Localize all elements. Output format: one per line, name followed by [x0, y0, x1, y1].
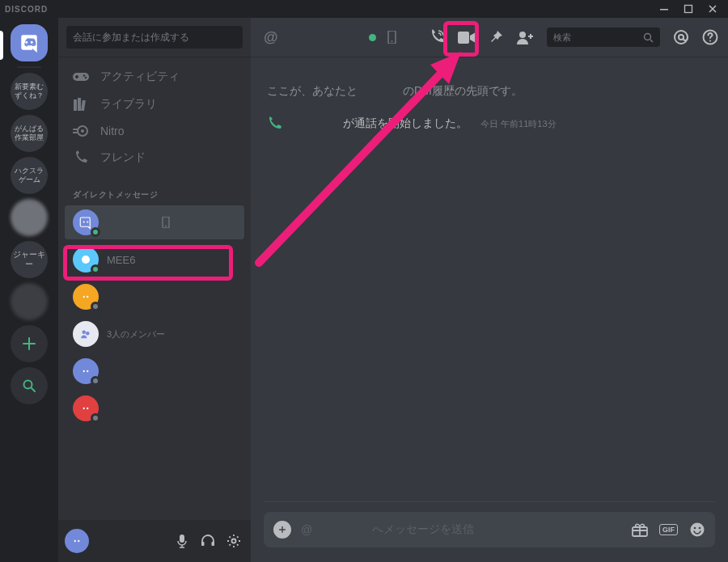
svg-point-14 [165, 226, 167, 227]
server-shortcut[interactable]: 新要素むずくね？ [11, 73, 48, 110]
dm-item[interactable]: MEE6 [65, 243, 244, 277]
gift-button[interactable] [632, 522, 648, 537]
svg-point-22 [83, 408, 85, 409]
svg-point-29 [232, 539, 236, 543]
dm-item[interactable]: 3人のメンバー [65, 317, 244, 351]
attach-button[interactable]: ＋ [273, 521, 291, 539]
pin-icon [489, 30, 503, 44]
dm-name [107, 289, 128, 304]
explore-button[interactable] [11, 367, 48, 404]
self-username [95, 535, 125, 548]
at-icon: @ [264, 29, 278, 46]
nav-activity[interactable]: アクティビティ [65, 63, 244, 91]
library-icon [73, 98, 89, 111]
nav-label: Nitro [100, 125, 125, 137]
headphones-icon [201, 534, 215, 547]
svg-rect-9 [78, 98, 81, 111]
add-server-button[interactable] [11, 325, 48, 362]
svg-point-33 [519, 32, 526, 38]
server-shortcut[interactable] [11, 283, 48, 320]
gamepad-icon [73, 71, 89, 82]
nav-label: アクティビティ [100, 70, 180, 84]
server-shortcut[interactable]: がんばる作業部屋 [11, 115, 48, 152]
svg-point-19 [86, 332, 90, 336]
svg-point-15 [82, 256, 90, 264]
svg-rect-5 [75, 76, 78, 78]
gif-button[interactable]: GIF [659, 524, 678, 535]
add-user-icon [516, 31, 534, 44]
dm-name: MEE6 [107, 254, 135, 266]
start-voice-call-button[interactable] [429, 29, 445, 45]
dm-item[interactable] [65, 280, 244, 314]
nav-library[interactable]: ライブラリ [65, 91, 244, 118]
mentions-button[interactable] [673, 29, 689, 45]
self-avatar[interactable] [65, 529, 89, 553]
titlebar: DISCORD [0, 0, 728, 18]
chat-username [290, 30, 358, 44]
svg-point-18 [83, 331, 87, 335]
start-video-call-button[interactable] [458, 32, 476, 44]
dm-name [107, 215, 149, 230]
dm-item[interactable] [65, 391, 244, 425]
mobile-icon [162, 217, 170, 228]
search-input[interactable]: 検索 [547, 27, 660, 47]
call-started-row: が通話を開始しました。 今日 午前11時13分 [267, 116, 712, 131]
dm-start-text: ここが、あなたと のDM履歴の先頭です。 [267, 84, 712, 99]
server-shortcut[interactable]: ジャーキー [11, 241, 48, 278]
svg-rect-28 [212, 542, 215, 546]
dm-name: 3人のメンバー [107, 328, 165, 340]
svg-rect-32 [458, 32, 469, 44]
svg-point-7 [85, 77, 87, 78]
settings-button[interactable] [223, 534, 244, 548]
user-panel [58, 520, 251, 562]
bot-avatar-icon [79, 253, 92, 266]
discord-avatar-icon [78, 289, 93, 304]
help-button[interactable] [702, 29, 718, 45]
discord-logo-icon [19, 32, 40, 53]
svg-point-6 [83, 74, 85, 76]
quick-switcher[interactable]: 会話に参加または作成する [66, 26, 243, 49]
add-friends-button[interactable] [516, 31, 534, 44]
svg-rect-0 [660, 9, 668, 11]
composer-divider [264, 501, 715, 502]
home-button[interactable] [11, 24, 48, 61]
server-rail: 新要素むずくね？ がんばる作業部屋 ハクスラゲーム ジャーキー [0, 18, 58, 562]
svg-point-40 [691, 523, 705, 537]
server-shortcut[interactable]: ハクスラゲーム [11, 157, 48, 194]
svg-point-23 [87, 408, 88, 409]
window-close[interactable] [702, 1, 723, 17]
deafen-button[interactable] [197, 534, 218, 548]
svg-point-41 [694, 527, 696, 530]
pinned-messages-button[interactable] [489, 30, 503, 44]
discord-avatar-icon [78, 215, 93, 230]
emoji-icon [689, 522, 705, 538]
mobile-icon [387, 31, 396, 44]
dm-item[interactable] [65, 354, 244, 388]
message-list[interactable]: ここが、あなたと のDM履歴の先頭です。 が通話を開始しました。 今日 午前11… [251, 57, 728, 501]
nav-label: フレンド [100, 150, 146, 165]
private-channels: 会話に参加または作成する アクティビティ ライブラリ Nitro フレンド ダイ… [58, 18, 251, 562]
svg-point-12 [81, 129, 84, 133]
window-minimize[interactable] [654, 1, 675, 17]
chat-area: @ 検索 ここが、あなたと のDM履歴の先頭です。 [251, 18, 728, 562]
svg-rect-27 [201, 542, 205, 546]
status-dot-online [369, 34, 376, 41]
emoji-button[interactable] [689, 522, 705, 538]
dm-name [107, 401, 128, 416]
server-shortcut[interactable] [11, 199, 48, 236]
nav-nitro[interactable]: Nitro [65, 118, 244, 144]
svg-point-35 [675, 31, 688, 44]
svg-rect-8 [74, 99, 77, 111]
phone-icon [73, 150, 89, 165]
dm-header: ダイレクトメッセージ [58, 178, 251, 204]
group-avatar-icon [78, 327, 93, 341]
svg-point-2 [24, 381, 32, 389]
nav-label: ライブラリ [100, 97, 157, 112]
video-icon [458, 32, 476, 44]
mute-button[interactable] [171, 534, 193, 548]
window-maximize[interactable] [678, 1, 699, 17]
message-composer[interactable]: ＋ @ へメッセージを送信 GIF [264, 512, 715, 547]
phone-call-icon [429, 29, 445, 45]
nav-friends[interactable]: フレンド [65, 144, 244, 171]
dm-item-selected[interactable] [65, 205, 244, 239]
